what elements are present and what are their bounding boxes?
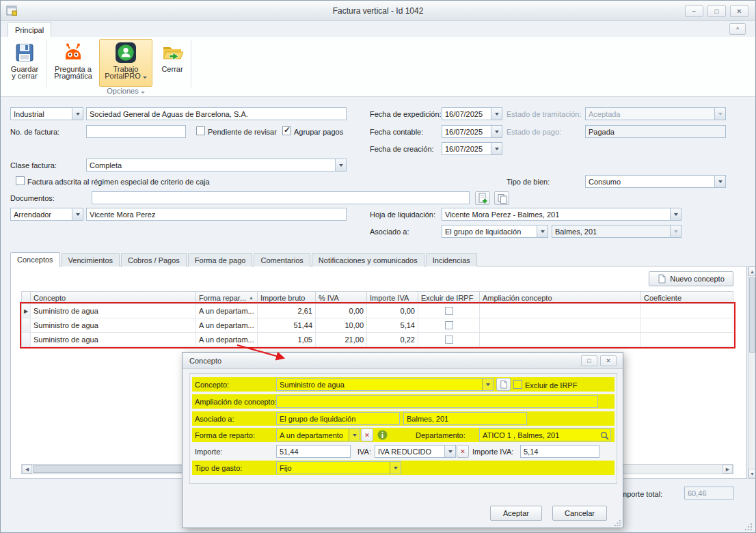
cell-excluir-irpf[interactable] <box>418 304 480 318</box>
scroll-left-button[interactable]: ◀ <box>22 465 32 474</box>
cell-importe-iva[interactable]: 0,22 <box>367 333 418 347</box>
cell-importe-iva[interactable]: 0,00 <box>367 304 418 318</box>
cancelar-button[interactable]: Cancelar <box>552 506 607 521</box>
criterio-caja-checkbox[interactable] <box>16 176 25 185</box>
irpf-checkbox[interactable] <box>445 336 453 344</box>
cell-excluir-irpf[interactable] <box>418 318 480 333</box>
cell-ampliacion[interactable] <box>480 304 641 318</box>
scroll-up-button[interactable]: ▲ <box>748 266 756 276</box>
copy-documents-button[interactable] <box>494 191 509 205</box>
dropdown-button[interactable] <box>537 226 548 237</box>
dropdown-button[interactable] <box>714 176 725 187</box>
ribbon-collapse-button[interactable]: ^ <box>729 23 746 35</box>
tipo-bien-combo[interactable]: Consumo <box>585 175 726 188</box>
irpf-checkbox[interactable] <box>445 321 453 329</box>
col-excluir-irpf[interactable]: Excluir de IRPF <box>418 291 480 304</box>
cell-concepto[interactable]: Suministro de agua <box>31 304 196 318</box>
table-row[interactable]: Suministro de agua A un departam... 51,4… <box>21 318 733 333</box>
cell-coeficiente[interactable] <box>641 304 733 318</box>
ask-pragmatica-button[interactable]: Pregunta a Pragmática <box>49 39 97 87</box>
cell-forma[interactable]: A un departam... <box>196 333 258 347</box>
dropdown-button[interactable] <box>670 208 681 220</box>
tab-incidencias[interactable]: Incidencias <box>426 253 477 266</box>
asociado-tipo-combo[interactable]: El grupo de liquidación <box>442 225 548 238</box>
dlg-concepto-combo[interactable]: Suministro de agua <box>276 378 494 391</box>
dlg-new-concepto-button[interactable] <box>496 378 511 391</box>
dropdown-button[interactable] <box>491 108 502 120</box>
dropdown-button[interactable] <box>444 446 455 457</box>
ribbon-group-opciones[interactable]: Opciones <box>99 87 152 95</box>
arrendador-combo[interactable]: Arrendador <box>10 208 83 221</box>
cell-bruto[interactable]: 1,05 <box>258 333 316 347</box>
hoja-liquidacion-combo[interactable]: Vicente Mora Perez - Balmes, 201 <box>442 208 681 221</box>
tab-principal[interactable]: Principal <box>8 22 51 37</box>
scrollbar-thumb[interactable] <box>749 277 755 353</box>
pendiente-revisar-checkbox[interactable] <box>196 126 205 135</box>
minimize-button[interactable]: − <box>685 5 703 17</box>
cell-pct-iva[interactable]: 21,00 <box>316 333 367 347</box>
dropdown-button[interactable] <box>390 462 401 474</box>
tab-vencimientos[interactable]: Vencimientos <box>62 253 120 266</box>
fecha-creacion-field[interactable]: 16/07/2025 <box>442 142 502 155</box>
dlg-iva-combo[interactable]: IVA REDUCIDO <box>375 445 456 458</box>
dlg-forma-reparto-combo[interactable]: A un departamento <box>276 428 360 441</box>
fecha-expedicion-field[interactable]: 16/07/2025 <box>442 107 502 120</box>
cell-importe-iva[interactable]: 5,14 <box>367 318 418 333</box>
save-close-button[interactable]: Guardar y cerrar <box>5 39 44 87</box>
dlg-forma-reparto-clear-button[interactable]: ✕ <box>361 428 373 441</box>
col-forma-reparto[interactable]: Forma repar... ▲ <box>196 291 258 304</box>
dlg-excluir-irpf-checkbox[interactable] <box>513 380 522 389</box>
tab-notificaciones[interactable]: Notificaciones y comunicados <box>312 253 424 266</box>
dropdown-button[interactable] <box>491 126 502 137</box>
cell-bruto[interactable]: 2,61 <box>258 304 316 318</box>
dlg-importe-field[interactable]: 51,44 <box>276 445 351 458</box>
vertical-scrollbar[interactable]: ▲ ▼ <box>748 266 756 479</box>
col-importe-bruto[interactable]: Importe bruto <box>258 291 316 304</box>
cerrar-button[interactable]: Cerrar <box>157 39 188 87</box>
cell-coeficiente[interactable] <box>641 333 733 347</box>
dropdown-button[interactable] <box>349 429 360 441</box>
cell-pct-iva[interactable]: 0,00 <box>316 304 367 318</box>
dropdown-button[interactable] <box>72 208 83 220</box>
close-button[interactable]: ✕ <box>730 5 748 17</box>
dlg-departamento-field[interactable]: ATICO 1 , Balmes, 201 <box>479 428 611 441</box>
irpf-checkbox[interactable] <box>445 307 453 315</box>
dialog-maximize-button[interactable]: □ <box>581 355 597 366</box>
resize-grip[interactable] <box>744 523 753 531</box>
arrendador-nombre-field[interactable]: Vicente Mora Perez <box>86 208 347 221</box>
fecha-contable-field[interactable]: 16/07/2025 <box>442 125 502 138</box>
dropdown-button[interactable] <box>72 108 83 120</box>
cell-coeficiente[interactable] <box>641 318 733 333</box>
tab-conceptos[interactable]: Conceptos <box>10 252 60 266</box>
dlg-ampliacion-field[interactable] <box>276 395 598 408</box>
asociado-valor-combo[interactable]: Balmes, 201 <box>552 225 681 238</box>
agrupar-pagos-checkbox[interactable] <box>282 126 291 135</box>
dlg-iva-clear-button[interactable]: ✕ <box>457 445 469 458</box>
aceptar-button[interactable]: Aceptar <box>490 506 542 521</box>
cell-ampliacion[interactable] <box>480 318 641 333</box>
add-document-button[interactable] <box>475 191 490 205</box>
clase-factura-combo[interactable]: Completa <box>86 159 347 172</box>
dialog-resize-grip[interactable] <box>615 519 621 526</box>
portalpro-button[interactable]: Trabajo PortalPRO <box>99 39 152 87</box>
cell-concepto[interactable]: Suministro de agua <box>31 333 196 347</box>
scroll-right-button[interactable]: ▶ <box>723 465 733 474</box>
tab-forma-pago[interactable]: Forma de pago <box>188 253 253 266</box>
col-ampliacion[interactable]: Ampliación concepto <box>480 291 641 304</box>
dropdown-button[interactable] <box>491 143 502 154</box>
dialog-close-button[interactable]: ✕ <box>600 355 617 366</box>
dlg-tipo-gasto-combo[interactable]: Fijo <box>276 461 401 474</box>
col-importe-iva[interactable]: Importe IVA <box>367 291 418 304</box>
col-coeficiente[interactable]: Coeficiente <box>641 291 733 304</box>
cell-pct-iva[interactable]: 10,00 <box>316 318 367 333</box>
scroll-down-button[interactable]: ▼ <box>748 469 756 478</box>
dlg-asociado-tipo-field[interactable]: El grupo de liquidación <box>276 412 400 425</box>
cell-forma[interactable]: A un departam... <box>196 304 258 318</box>
col-concepto[interactable]: Concepto <box>31 291 196 304</box>
dropdown-button[interactable] <box>335 159 346 171</box>
tipo-tercero-combo[interactable]: Industrial <box>10 107 83 120</box>
table-row[interactable]: ▶ Suministro de agua A un departam... 2,… <box>21 304 733 318</box>
cell-concepto[interactable]: Suministro de agua <box>31 318 196 333</box>
col-pct-iva[interactable]: % IVA <box>316 291 367 304</box>
dlg-importe-iva-field[interactable]: 5,14 <box>520 445 599 458</box>
